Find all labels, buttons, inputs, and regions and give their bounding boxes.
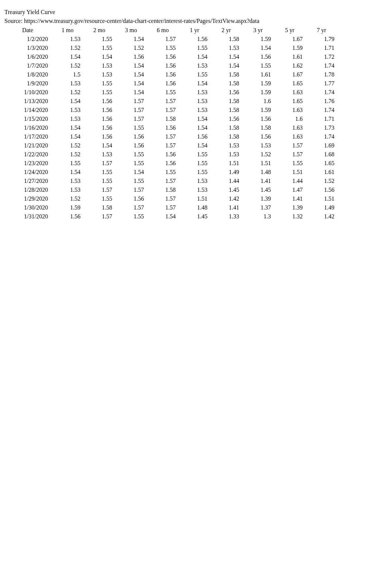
value-cell: 1.55 (179, 44, 210, 52)
value-cell: 1.5 (52, 70, 83, 79)
value-cell: 1.77 (306, 79, 337, 88)
col-header-3yr: 3 yr (242, 26, 274, 35)
value-cell: 1.68 (306, 150, 337, 159)
value-cell: 1.56 (52, 212, 83, 221)
value-cell: 1.58 (210, 106, 242, 115)
table-row: 1/7/20201.521.531.541.561.531.541.551.62… (4, 61, 337, 70)
value-cell: 1.55 (179, 70, 210, 79)
value-cell: 1.56 (179, 35, 210, 44)
value-cell: 1.59 (274, 44, 306, 52)
table-row: 1/3/20201.521.551.521.551.551.531.541.59… (4, 44, 337, 52)
value-cell: 1.53 (52, 79, 83, 88)
value-cell: 1.54 (179, 123, 210, 132)
value-cell: 1.56 (115, 141, 147, 150)
value-cell: 1.55 (242, 61, 274, 70)
value-cell: 1.57 (83, 212, 115, 221)
date-cell: 1/7/2020 (4, 61, 52, 70)
value-cell: 1.55 (83, 177, 115, 186)
value-cell: 1.57 (147, 132, 179, 141)
date-cell: 1/13/2020 (4, 97, 52, 106)
value-cell: 1.55 (274, 159, 306, 168)
value-cell: 1.56 (210, 88, 242, 97)
value-cell: 1.48 (242, 168, 274, 177)
value-cell: 1.52 (52, 194, 83, 203)
col-header-5yr: 5 yr (274, 26, 306, 35)
value-cell: 1.47 (274, 186, 306, 194)
value-cell: 1.52 (52, 44, 83, 52)
value-cell: 1.53 (179, 186, 210, 194)
value-cell: 1.57 (115, 203, 147, 212)
date-cell: 1/27/2020 (4, 177, 52, 186)
source-line: Source: https://www.treasury.gov/resourc… (4, 17, 388, 25)
value-cell: 1.45 (179, 212, 210, 221)
value-cell: 1.56 (115, 194, 147, 203)
table-row: 1/16/20201.541.561.551.561.541.581.581.6… (4, 123, 337, 132)
value-cell: 1.58 (210, 35, 242, 44)
value-cell: 1.58 (210, 97, 242, 106)
value-cell: 1.6 (274, 115, 306, 123)
col-header-7yr: 7 yr (306, 26, 337, 35)
value-cell: 1.61 (306, 168, 337, 177)
date-cell: 1/29/2020 (4, 194, 52, 203)
value-cell: 1.65 (274, 97, 306, 106)
date-cell: 1/17/2020 (4, 132, 52, 141)
value-cell: 1.56 (147, 79, 179, 88)
value-cell: 1.63 (274, 123, 306, 132)
value-cell: 1.54 (52, 123, 83, 132)
value-cell: 1.54 (147, 212, 179, 221)
value-cell: 1.49 (306, 203, 337, 212)
value-cell: 1.54 (115, 79, 147, 88)
value-cell: 1.54 (115, 70, 147, 79)
value-cell: 1.57 (115, 106, 147, 115)
value-cell: 1.55 (147, 168, 179, 177)
date-cell: 1/3/2020 (4, 44, 52, 52)
value-cell: 1.44 (274, 177, 306, 186)
value-cell: 1.59 (242, 88, 274, 97)
value-cell: 1.44 (210, 177, 242, 186)
col-header-1mo: 1 mo (52, 26, 83, 35)
value-cell: 1.59 (242, 106, 274, 115)
value-cell: 1.45 (210, 186, 242, 194)
date-cell: 1/16/2020 (4, 123, 52, 132)
value-cell: 1.61 (242, 70, 274, 79)
value-cell: 1.55 (147, 44, 179, 52)
table-row: 1/30/20201.591.581.571.571.481.411.371.3… (4, 203, 337, 212)
value-cell: 1.52 (242, 150, 274, 159)
value-cell: 1.58 (83, 203, 115, 212)
table-row: 1/29/20201.521.551.561.571.511.421.391.4… (4, 194, 337, 203)
value-cell: 1.54 (52, 132, 83, 141)
value-cell: 1.56 (115, 132, 147, 141)
value-cell: 1.41 (242, 177, 274, 186)
value-cell: 1.55 (83, 194, 115, 203)
value-cell: 1.53 (83, 150, 115, 159)
table-row: 1/17/20201.541.561.561.571.561.581.561.6… (4, 132, 337, 141)
value-cell: 1.55 (179, 159, 210, 168)
value-cell: 1.57 (147, 97, 179, 106)
value-cell: 1.53 (242, 141, 274, 150)
value-cell: 1.55 (83, 35, 115, 44)
value-cell: 1.69 (306, 141, 337, 150)
date-cell: 1/30/2020 (4, 203, 52, 212)
value-cell: 1.56 (147, 61, 179, 70)
value-cell: 1.56 (242, 52, 274, 61)
value-cell: 1.55 (83, 88, 115, 97)
value-cell: 1.53 (52, 106, 83, 115)
value-cell: 1.65 (274, 79, 306, 88)
value-cell: 1.53 (210, 150, 242, 159)
value-cell: 1.57 (115, 97, 147, 106)
value-cell: 1.59 (242, 79, 274, 88)
table-row: 1/31/20201.561.571.551.541.451.331.31.32… (4, 212, 337, 221)
value-cell: 1.54 (52, 97, 83, 106)
value-cell: 1.51 (274, 168, 306, 177)
value-cell: 1.58 (147, 115, 179, 123)
value-cell: 1.56 (242, 132, 274, 141)
value-cell: 1.54 (179, 52, 210, 61)
date-cell: 1/24/2020 (4, 168, 52, 177)
value-cell: 1.51 (242, 159, 274, 168)
date-cell: 1/8/2020 (4, 70, 52, 79)
value-cell: 1.56 (179, 132, 210, 141)
value-cell: 1.53 (83, 70, 115, 79)
value-cell: 1.42 (210, 194, 242, 203)
date-cell: 1/15/2020 (4, 115, 52, 123)
value-cell: 1.52 (115, 44, 147, 52)
